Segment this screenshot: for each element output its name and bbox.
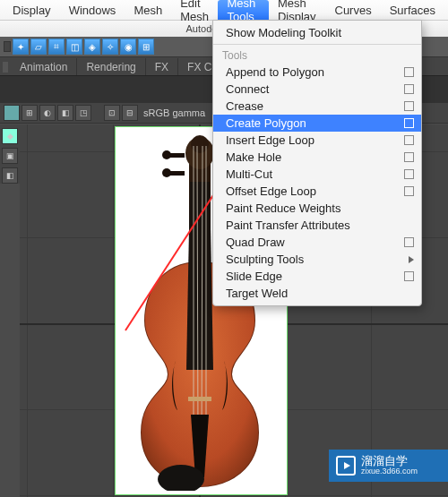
menu-item-sculpting-tools[interactable]: Sculpting Tools: [213, 251, 421, 268]
watermark-text: 溜溜自学 zixue.3d66.com: [361, 455, 418, 476]
menu-item-label: Crease: [226, 99, 263, 113]
menu-mesh-tools[interactable]: Mesh Tools: [218, 0, 269, 20]
tab-rendering[interactable]: Rendering: [77, 58, 145, 76]
tab-animation[interactable]: Animation: [11, 58, 77, 76]
option-box-icon[interactable]: [404, 135, 414, 145]
option-box-icon[interactable]: [404, 169, 414, 179]
menu-item-label: Make Hole: [226, 150, 281, 164]
viewport-sidebar: ◆ ▣ ◧: [0, 124, 20, 184]
side-icon-2[interactable]: ▣: [2, 148, 18, 164]
menu-item-label: Create Polygon: [226, 116, 306, 130]
menu-mesh-display[interactable]: Mesh Display: [269, 0, 326, 20]
shelf-grip-icon: [4, 41, 11, 52]
menu-item-quad-draw[interactable]: Quad Draw: [213, 234, 421, 251]
option-box-icon[interactable]: [404, 237, 414, 247]
watermark: 溜溜自学 zixue.3d66.com: [329, 450, 448, 482]
menu-item-label: Paint Reduce Weights: [226, 201, 340, 215]
svg-rect-15: [188, 397, 211, 401]
option-box-icon[interactable]: [404, 101, 414, 111]
shelf-btn-1[interactable]: ✦: [13, 39, 29, 55]
menu-curves[interactable]: Curves: [326, 0, 381, 20]
shelf-btn-5[interactable]: ◈: [84, 39, 100, 55]
shelf-btn-3[interactable]: ⌗: [48, 39, 65, 55]
option-box-icon[interactable]: [404, 271, 414, 281]
menu-surfaces[interactable]: Surfaces: [381, 0, 444, 20]
svg-point-7: [162, 150, 171, 159]
menu-item-target-weld[interactable]: Target Weld: [213, 285, 421, 302]
menu-windows[interactable]: Windows: [60, 0, 125, 20]
menu-item-crease[interactable]: Crease: [213, 98, 421, 115]
hud-icon-3[interactable]: ◐: [39, 105, 56, 121]
hud-icon-5[interactable]: ◳: [75, 105, 91, 121]
menu-item-label: Connect: [226, 82, 269, 96]
menu-item-paint-transfer-attributes[interactable]: Paint Transfer Attributes: [213, 217, 421, 234]
shelf-btn-8[interactable]: ⊞: [138, 39, 154, 55]
menu-item-multi-cut[interactable]: Multi-Cut: [213, 166, 421, 183]
submenu-arrow-icon: [409, 256, 414, 263]
menu-item-paint-reduce-weights[interactable]: Paint Reduce Weights: [213, 200, 421, 217]
menu-item-label: Show Modeling Toolkit: [226, 26, 341, 39]
shelf-btn-7[interactable]: ◉: [120, 39, 136, 55]
menu-item-make-hole[interactable]: Make Hole: [213, 149, 421, 166]
hud-icon-1[interactable]: [4, 105, 20, 121]
option-box-icon[interactable]: [404, 67, 414, 77]
hud-colorspace-label: sRGB gamma: [140, 107, 209, 118]
menu-item-append-to-polygon[interactable]: Append to Polygon: [213, 64, 421, 81]
shelf-btn-4[interactable]: ◫: [66, 39, 82, 55]
menu-item-show-modeling-toolkit[interactable]: Show Modeling Toolkit: [213, 24, 421, 41]
option-box-icon[interactable]: [404, 186, 414, 196]
menu-item-create-polygon[interactable]: Create Polygon: [213, 115, 421, 132]
option-box-icon[interactable]: [404, 118, 414, 128]
hud-icon-7[interactable]: ⊟: [122, 105, 138, 121]
menu-item-label: Sculpting Tools: [226, 253, 304, 266]
side-icon-1[interactable]: ◆: [2, 128, 18, 144]
menu-item-label: Paint Transfer Attributes: [226, 219, 350, 232]
play-icon: [336, 456, 356, 476]
menu-display[interactable]: Display: [4, 0, 60, 20]
mesh-tools-dropdown: Show Modeling Toolkit Tools Append to Po…: [212, 20, 422, 306]
menu-item-slide-edge[interactable]: Slide Edge: [213, 268, 421, 285]
menu-item-label: Insert Edge Loop: [226, 133, 314, 147]
menu-mesh[interactable]: Mesh: [125, 0, 171, 20]
option-box-icon[interactable]: [404, 84, 414, 94]
menu-item-label: Slide Edge: [226, 270, 282, 283]
tabs-grip-icon: [3, 62, 8, 73]
menu-item-label: Append to Polygon: [226, 65, 324, 79]
watermark-brand: 溜溜自学: [361, 455, 418, 467]
menu-item-insert-edge-loop[interactable]: Insert Edge Loop: [213, 132, 421, 149]
menu-item-connect[interactable]: Connect: [213, 81, 421, 98]
menu-item-offset-edge-loop[interactable]: Offset Edge Loop: [213, 183, 421, 200]
menu-item-label: Quad Draw: [226, 236, 285, 249]
hud-icon-6[interactable]: ⊡: [104, 105, 120, 121]
menu-separator: [213, 44, 421, 45]
menu-edit-mesh[interactable]: Edit Mesh: [171, 0, 218, 20]
hud-icon-4[interactable]: ◧: [57, 105, 73, 121]
menubar: Display Windows Mesh Edit Mesh Mesh Tool…: [0, 0, 448, 21]
svg-point-8: [162, 168, 171, 177]
shelf-btn-2[interactable]: ▱: [30, 39, 47, 55]
shelf-btn-6[interactable]: ✧: [102, 39, 118, 55]
tab-fx[interactable]: FX: [146, 58, 178, 76]
menu-item-label: Target Weld: [226, 287, 288, 300]
menu-section-header: Tools: [213, 47, 421, 64]
menu-item-label: Offset Edge Loop: [226, 184, 316, 198]
option-box-icon[interactable]: [404, 152, 414, 162]
watermark-url: zixue.3d66.com: [361, 467, 418, 476]
side-icon-3[interactable]: ◧: [2, 167, 18, 184]
hud-icon-2[interactable]: ⊞: [22, 105, 38, 121]
menu-item-label: Multi-Cut: [226, 167, 272, 181]
